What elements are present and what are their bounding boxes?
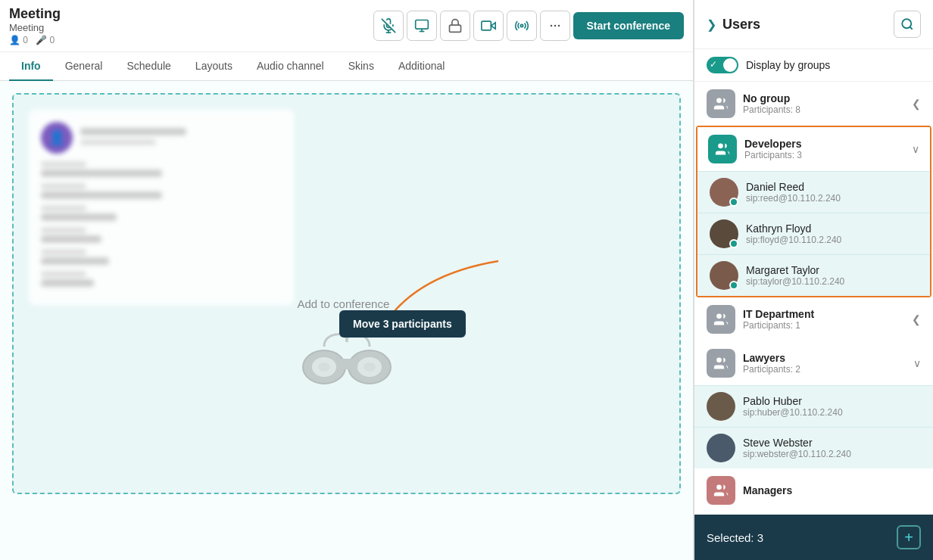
it-chevron: ❮ [912,313,921,325]
tabs: Info General Schedule Layouts Audio chan… [0,52,693,81]
user-daniel-reed[interactable]: Daniel Reed sip:reed@10.110.2.240 [697,171,930,213]
svg-rect-8 [481,21,491,30]
selected-count: Selected: 3 [707,531,763,544]
svg-point-12 [557,25,560,27]
group-managers[interactable]: Managers [694,468,933,512]
developers-section: Developers Participants: 3 ∨ Daniel Reed… [696,126,931,297]
more-btn[interactable] [540,11,570,41]
developers-info: Developers Participants: 3 [744,138,904,160]
svg-line-22 [910,26,912,29]
daniel-info: Daniel Reed sip:reed@10.110.2.240 [746,181,918,204]
svg-point-10 [554,25,556,27]
pablo-info: Pablo Huber sip:huber@10.110.2.240 [743,395,921,418]
svg-point-23 [716,98,722,104]
svg-point-9 [520,24,523,26]
tab-general[interactable]: General [53,52,115,81]
group-no-group[interactable]: No group Participants: 8 ❮ [694,82,933,126]
pablo-avatar [707,392,735,421]
expand-icon[interactable]: ❯ [707,17,716,32]
kathryn-name: Kathryn Floyd [746,222,918,235]
conference-area: 👤 Move 3 participants [12,93,681,494]
it-name: IT Department [743,308,904,320]
screen-share-btn[interactable] [407,11,437,41]
user-margaret-taylor[interactable]: Margaret Taylor sip:taylor@10.110.2.240 [697,254,930,296]
participants-count: 👤 0 [9,35,28,45]
margaret-status [729,281,738,290]
display-groups-toggle[interactable]: ✓ [707,57,738,73]
developers-header[interactable]: Developers Participants: 3 ∨ [697,127,930,171]
toolbar: Start conference [373,11,684,41]
developers-name: Developers [744,138,904,150]
margaret-sip: sip:taylor@10.110.2.240 [746,276,918,287]
steve-info: Steve Webster sip:webster@10.110.2.240 [743,437,921,459]
user-steve-webster[interactable]: Steve Webster sip:webster@10.110.2.240 [694,427,933,468]
daniel-avatar-wrapper [710,178,738,207]
kathryn-avatar-wrapper [710,219,738,248]
broadcast-btn[interactable] [507,11,537,41]
tab-additional[interactable]: Additional [386,52,457,81]
mute-btn[interactable] [373,11,404,41]
group-it-department[interactable]: IT Department Participants: 1 ❮ [694,297,933,341]
svg-point-24 [718,144,723,149]
app-title: Meeting [9,6,61,22]
user-pablo-huber[interactable]: Pablo Huber sip:huber@10.110.2.240 [694,385,933,427]
start-conference-btn[interactable]: Start conference [573,12,684,39]
guests-count: 🎤 0 [36,35,55,45]
add-conference-area: Add to conference [298,282,396,397]
developers-chevron: ∨ [912,143,919,155]
margaret-avatar-wrapper [710,261,738,290]
display-by-groups-row: ✓ Display by groups [694,49,933,82]
header: Meeting Meeting 👤 0 🎤 0 [0,0,693,52]
no-group-name: No group [743,92,904,104]
user-kathryn-floyd[interactable]: Kathryn Floyd sip:floyd@10.110.2.240 [697,213,930,254]
no-group-participants: Participants: 8 [743,104,904,115]
toggle-label: Display by groups [746,59,830,71]
svg-point-11 [550,25,552,27]
no-group-icon [707,89,735,118]
svg-rect-18 [339,359,354,369]
group-list: No group Participants: 8 ❮ Developers Pa… [694,82,933,515]
no-group-info: No group Participants: 8 [743,92,904,115]
tab-layouts[interactable]: Layouts [183,52,245,81]
users-title: Users [722,17,888,33]
managers-info: Managers [743,484,921,496]
lawyers-chevron: ∨ [913,357,921,369]
lawyers-section: Lawyers Participants: 2 ∨ Pablo Huber si… [694,341,933,468]
left-panel: Meeting Meeting 👤 0 🎤 0 [0,0,694,560]
bottom-bar: Selected: 3 + [694,515,933,560]
tab-skins[interactable]: Skins [336,52,386,81]
meeting-subtitle: Meeting [9,22,61,33]
pablo-sip: sip:huber@10.110.2.240 [743,407,921,418]
steve-name: Steve Webster [743,437,921,449]
move-tooltip: Move 3 participants [339,310,466,338]
svg-point-19 [318,362,330,372]
title-block: Meeting Meeting 👤 0 🎤 0 [9,6,61,45]
camera-btn[interactable] [473,11,504,41]
lawyers-header[interactable]: Lawyers Participants: 2 ∨ [694,341,933,385]
margaret-name: Margaret Taylor [746,264,918,276]
right-panel: ❯ Users ✓ Display by groups No group Par… [694,0,933,560]
user-avatar-blurred: 👤 [41,122,73,154]
main-content: 👤 Move 3 participants [0,81,693,560]
steve-avatar-wrapper [707,434,735,462]
tab-audio-channel[interactable]: Audio channel [245,52,336,81]
add-conference-text: Add to conference [298,297,396,310]
it-icon [707,305,735,334]
lawyers-participants: Participants: 2 [743,364,906,375]
steve-sip: sip:webster@10.110.2.240 [743,449,921,459]
pablo-avatar-wrapper [707,392,735,421]
kathryn-status [729,239,738,248]
svg-point-26 [716,358,722,363]
svg-point-25 [716,314,722,319]
kathryn-sip: sip:floyd@10.110.2.240 [746,235,918,245]
tab-schedule[interactable]: Schedule [114,52,183,81]
header-meta: 👤 0 🎤 0 [9,35,61,45]
lawyers-icon [707,349,735,378]
search-btn[interactable] [894,11,921,38]
developers-participants: Participants: 3 [744,150,904,160]
add-selected-btn[interactable]: + [897,525,921,549]
lock-btn[interactable] [440,11,470,41]
tab-info[interactable]: Info [9,52,53,81]
managers-name: Managers [743,484,921,496]
svg-rect-3 [415,20,428,30]
